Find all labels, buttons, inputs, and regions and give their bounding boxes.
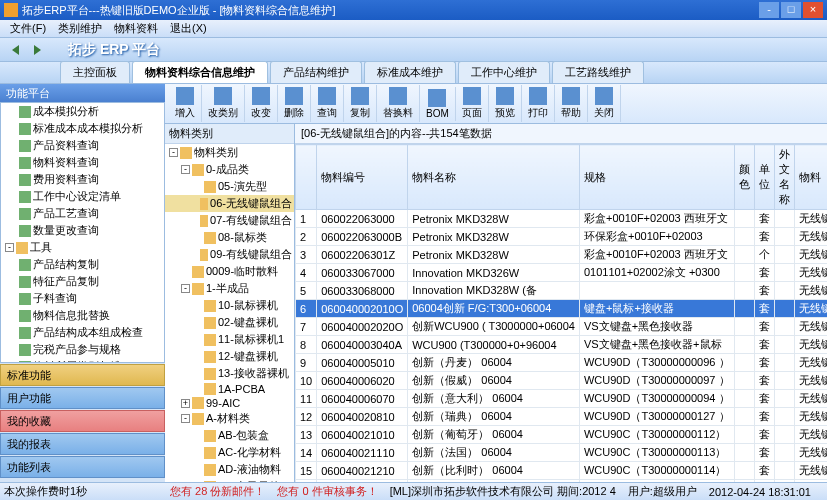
category-node[interactable]: 1A-PCBA bbox=[165, 382, 294, 396]
category-node[interactable]: 09-有线键鼠组合 bbox=[165, 246, 294, 263]
category-node[interactable]: -1-半成品 bbox=[165, 280, 294, 297]
function-tree[interactable]: 成本模拟分析标准成本成本模拟分析产品资料查询物料资料查询费用资料查询工作中心设定… bbox=[0, 102, 165, 363]
table-row[interactable]: 12060040020810创新（瑞典） 06004WCU90D（T300000… bbox=[296, 408, 828, 426]
category-node[interactable]: -0-成品类 bbox=[165, 161, 294, 178]
close-button[interactable]: × bbox=[803, 2, 823, 18]
sidebar-footer[interactable]: 功能列表 bbox=[0, 456, 165, 478]
tab[interactable]: 主控面板 bbox=[60, 61, 130, 83]
side-tab[interactable]: 标准功能 bbox=[0, 364, 165, 386]
tree-node[interactable]: 子料查询 bbox=[1, 290, 164, 307]
maximize-button[interactable]: □ bbox=[781, 2, 801, 18]
category-node[interactable]: 11-鼠标裸机1 bbox=[165, 331, 294, 348]
toolbar-button[interactable]: 增入 bbox=[169, 85, 202, 122]
tree-node[interactable]: -工具 bbox=[1, 239, 164, 256]
tree-node[interactable]: 特征产品复制 bbox=[1, 273, 164, 290]
tab[interactable]: 标准成本维护 bbox=[364, 61, 456, 83]
nav-forward-button[interactable] bbox=[26, 40, 48, 60]
tab[interactable]: 产品结构维护 bbox=[270, 61, 362, 83]
table-row[interactable]: 5060033068000Innovation MKD328W (备套无线键鼠 bbox=[296, 282, 828, 300]
nav-back-button[interactable] bbox=[4, 40, 26, 60]
toolbar-button[interactable]: 页面 bbox=[456, 85, 489, 122]
toolbar-button[interactable]: 预览 bbox=[489, 85, 522, 122]
category-tree[interactable]: 物料类别 -物料类别-0-成品类05-演先型06-无线键鼠组合07-有线键鼠组合… bbox=[165, 124, 295, 500]
table-row[interactable]: 7060040002020O创新WCU900 ( T3000000+06004V… bbox=[296, 318, 828, 336]
side-tab[interactable]: 用户功能 bbox=[0, 387, 165, 409]
toolbar-button[interactable]: 改类别 bbox=[202, 85, 245, 122]
table-row[interactable]: 11060040006070创新（意大利） 06004WCU90D（T30000… bbox=[296, 390, 828, 408]
category-node[interactable]: 10-鼠标裸机 bbox=[165, 297, 294, 314]
tree-node[interactable]: 物料资料查询 bbox=[1, 154, 164, 171]
menu-item[interactable]: 类别维护 bbox=[52, 21, 108, 36]
tree-node[interactable]: 费用资料查询 bbox=[1, 171, 164, 188]
category-node[interactable]: AC-化学材料 bbox=[165, 444, 294, 461]
category-node[interactable]: -A-材料类 bbox=[165, 410, 294, 427]
expand-icon[interactable]: + bbox=[181, 399, 190, 408]
data-table[interactable]: 物料编号物料名称规格颜色单位外文名称物料 1060022063000Petron… bbox=[295, 144, 827, 500]
column-header[interactable]: 物料 bbox=[794, 145, 827, 210]
status-task[interactable]: 您有 0 件审核事务！ bbox=[277, 484, 377, 499]
table-row[interactable]: 13060040021010创新（葡萄牙） 06004WCU90C（T30000… bbox=[296, 426, 828, 444]
toolbar-button[interactable]: 查询 bbox=[311, 85, 344, 122]
side-tab[interactable]: 我的报表 bbox=[0, 433, 165, 455]
category-node[interactable]: 02-键盘裸机 bbox=[165, 314, 294, 331]
table-row[interactable]: 14060040021110创新（法国） 06004WCU90C（T300000… bbox=[296, 444, 828, 462]
tree-node[interactable]: 工作中心设定清单 bbox=[1, 188, 164, 205]
expand-icon[interactable]: - bbox=[181, 414, 190, 423]
toolbar-button[interactable]: 关闭 bbox=[588, 85, 621, 122]
tree-node[interactable]: 物料信息批替换 bbox=[1, 307, 164, 324]
toolbar-button[interactable]: 打印 bbox=[522, 85, 555, 122]
column-header[interactable]: 颜色 bbox=[734, 145, 754, 210]
category-node[interactable]: +99-AIC bbox=[165, 396, 294, 410]
table-row[interactable]: 2060022063000BPetronix MKD328W环保彩盒+0010F… bbox=[296, 228, 828, 246]
column-header[interactable]: 单位 bbox=[754, 145, 774, 210]
table-row[interactable]: 6060040002010O06004创新 F/G:T300+06004键盘+鼠… bbox=[296, 300, 828, 318]
side-tab[interactable]: 我的收藏 bbox=[0, 410, 165, 432]
category-node[interactable]: 06-无线键鼠组合 bbox=[165, 195, 294, 212]
expand-icon[interactable]: - bbox=[5, 243, 14, 252]
toolbar-button[interactable]: 复制 bbox=[344, 85, 377, 122]
data-grid[interactable]: 物料编号物料名称规格颜色单位外文名称物料 1060022063000Petron… bbox=[295, 144, 827, 500]
category-node[interactable]: -物料类别 bbox=[165, 144, 294, 161]
table-row[interactable]: 9060040005010创新（丹麦） 06004WCU90D（T3000000… bbox=[296, 354, 828, 372]
table-row[interactable]: 8060040003040AWCU900 (T300000+0+96004VS文… bbox=[296, 336, 828, 354]
menu-item[interactable]: 物料资料 bbox=[108, 21, 164, 36]
toolbar-button[interactable]: 替换料 bbox=[377, 85, 420, 122]
toolbar-button[interactable]: BOM bbox=[420, 87, 456, 121]
category-node[interactable]: 12-键盘裸机 bbox=[165, 348, 294, 365]
tab[interactable]: 工艺路线维护 bbox=[552, 61, 644, 83]
tree-node[interactable]: 产品结构成本组成检查 bbox=[1, 324, 164, 341]
category-node[interactable]: 13-接收器裸机 bbox=[165, 365, 294, 382]
status-mail[interactable]: 您有 28 份新邮件！ bbox=[170, 484, 265, 499]
expand-icon[interactable]: - bbox=[181, 165, 190, 174]
category-node[interactable]: 0009-临时散料 bbox=[165, 263, 294, 280]
table-row[interactable]: 4060033067000Innovation MKD326W0101101+0… bbox=[296, 264, 828, 282]
category-node[interactable]: 05-演先型 bbox=[165, 178, 294, 195]
tab[interactable]: 物料资料综合信息维护 bbox=[132, 61, 268, 83]
menu-item[interactable]: 退出(X) bbox=[164, 21, 213, 36]
expand-icon[interactable]: - bbox=[181, 284, 190, 293]
tab[interactable]: 工作中心维护 bbox=[458, 61, 550, 83]
table-row[interactable]: 10060040006020创新（假威） 06004WCU90D（T300000… bbox=[296, 372, 828, 390]
tree-node[interactable]: 数量更改查询 bbox=[1, 222, 164, 239]
category-node[interactable]: AD-液油物料 bbox=[165, 461, 294, 478]
tree-node[interactable]: 产品结构复制 bbox=[1, 256, 164, 273]
toolbar-button[interactable]: 改变 bbox=[245, 85, 278, 122]
toolbar-button[interactable]: 帮助 bbox=[555, 85, 588, 122]
category-node[interactable]: AB-包装盒 bbox=[165, 427, 294, 444]
table-row[interactable]: 306002206301ZPetronix MKD328W彩盒+0010F+02… bbox=[296, 246, 828, 264]
tree-node[interactable]: 完税产品参与规格 bbox=[1, 341, 164, 358]
column-header[interactable]: 外文名称 bbox=[774, 145, 794, 210]
tree-node[interactable]: 标准成本成本模拟分析 bbox=[1, 120, 164, 137]
tree-node[interactable]: 产品资料查询 bbox=[1, 137, 164, 154]
category-node[interactable]: 07-有线键鼠组合 bbox=[165, 212, 294, 229]
table-row[interactable]: 15060040021210创新（比利时） 06004WCU90C（T30000… bbox=[296, 462, 828, 480]
expand-icon[interactable]: - bbox=[169, 148, 178, 157]
table-row[interactable]: 1060022063000Petronix MKD328W彩盒+0010F+02… bbox=[296, 210, 828, 228]
column-header[interactable]: 物料名称 bbox=[408, 145, 580, 210]
category-node[interactable]: 08-鼠标类 bbox=[165, 229, 294, 246]
tree-node[interactable]: 成本模拟分析 bbox=[1, 103, 164, 120]
tree-node[interactable]: 产品工艺查询 bbox=[1, 205, 164, 222]
toolbar-button[interactable]: 删除 bbox=[278, 85, 311, 122]
column-header[interactable] bbox=[296, 145, 317, 210]
minimize-button[interactable]: - bbox=[759, 2, 779, 18]
